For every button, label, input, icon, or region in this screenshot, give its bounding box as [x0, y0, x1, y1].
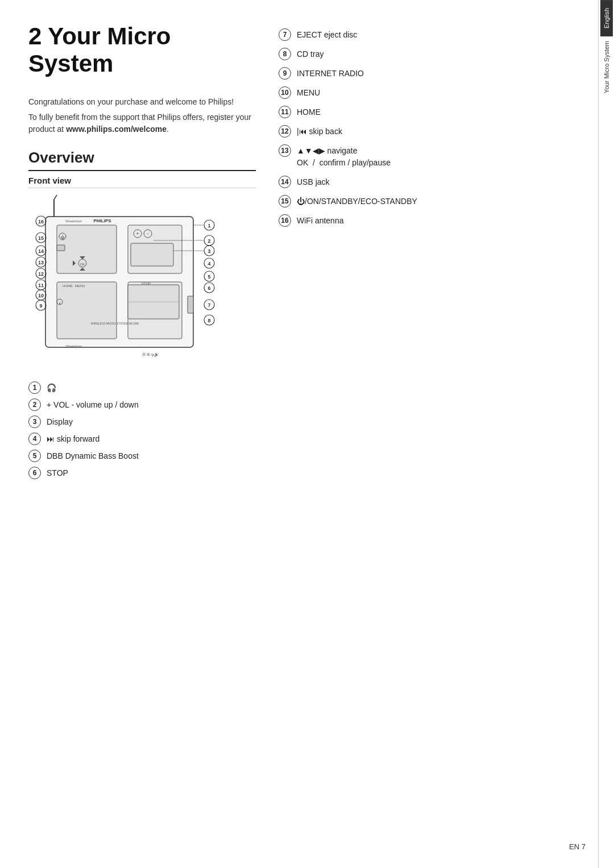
item-number: 10	[279, 86, 291, 99]
item-label: |⏮ skip back	[297, 125, 342, 138]
page-footer: EN 7	[569, 842, 586, 851]
svg-text:PHILIPS: PHILIPS	[93, 218, 111, 223]
chapter-title: 2 Your Micro System	[28, 23, 256, 78]
svg-rect-1	[57, 225, 117, 273]
item-number: 3	[28, 416, 41, 428]
side-tab-area: English Your Micro System	[598, 0, 614, 868]
device-diagram: PHILIPS WIRELESS MICRO SYSTEM MCi300 Str…	[28, 194, 222, 370]
svg-text:7: 7	[208, 302, 210, 308]
svg-text:15: 15	[38, 235, 44, 241]
item-number: 9	[279, 67, 291, 80]
list-item: 15 ⏻/ON/STANDBY/ECO-STANDBY	[279, 195, 574, 207]
item-number: 8	[279, 48, 291, 60]
svg-text:12: 12	[38, 271, 44, 277]
item-label: STOP	[47, 467, 68, 479]
item-label: ⏭ skip forward	[47, 433, 99, 445]
overview-title: Overview	[28, 149, 256, 171]
list-item: 14 USB jack	[279, 176, 574, 188]
svg-rect-3	[57, 282, 117, 339]
svg-text:OK: OK	[80, 263, 85, 266]
item-number: 15	[279, 195, 291, 207]
item-label: WiFi antenna	[297, 214, 343, 227]
language-label: EN	[569, 842, 579, 851]
left-items-list: 1 🎧 2 + VOL - volume up / down 3 Display…	[28, 381, 256, 479]
svg-text:WIRELESS MICRO SYSTEM MCi300: WIRELESS MICRO SYSTEM MCi300	[91, 322, 139, 325]
svg-text:8: 8	[208, 318, 210, 323]
list-item: 3 Display	[28, 416, 256, 428]
svg-rect-17	[57, 245, 65, 251]
side-tab-english: English	[600, 0, 613, 36]
svg-text:Streamium: Streamium	[65, 219, 82, 223]
svg-text:HOME: HOME	[63, 284, 73, 288]
svg-text:☰ ⊞ ψ🔊: ☰ ⊞ ψ🔊	[142, 352, 159, 357]
item-label: DBB Dynamic Bass Boost	[47, 450, 139, 462]
front-view-title: Front view	[28, 176, 256, 188]
item-number: 14	[279, 176, 291, 188]
item-number: 1	[28, 381, 41, 394]
svg-text:6: 6	[208, 285, 210, 291]
item-number: 5	[28, 450, 41, 462]
item-number: 16	[279, 214, 291, 227]
right-items-list: 7 EJECT eject disc 8 CD tray 9 INTERNET …	[279, 28, 574, 227]
item-number: 2	[28, 398, 41, 411]
svg-text:Streamium: Streamium	[65, 344, 82, 348]
item-number: 7	[279, 28, 291, 41]
svg-text:11: 11	[38, 283, 44, 288]
item-label: ⏻/ON/STANDBY/ECO-STANDBY	[297, 195, 417, 207]
svg-text:4: 4	[208, 261, 210, 267]
svg-rect-49	[131, 243, 173, 266]
item-label: HOME	[297, 106, 321, 118]
list-item: 9 INTERNET RADIO	[279, 67, 574, 80]
list-item: 7 EJECT eject disc	[279, 28, 574, 41]
item-label: USB jack	[297, 176, 330, 188]
svg-text:+: +	[136, 231, 139, 236]
item-label: + VOL - volume up / down	[47, 398, 139, 411]
svg-text:MENU: MENU	[75, 284, 85, 288]
list-item: 12 |⏮ skip back	[279, 125, 574, 138]
item-number: 6	[28, 467, 41, 479]
item-label: CD tray	[297, 48, 323, 60]
svg-text:1: 1	[208, 223, 210, 229]
list-item: 5 DBB Dynamic Bass Boost	[28, 450, 256, 462]
list-item: 10 MENU	[279, 86, 574, 99]
item-number: 13	[279, 144, 291, 157]
svg-text:5: 5	[208, 274, 210, 280]
list-item: 13 ▲▼◀▶ navigateOK / confirm / play/paus…	[279, 144, 574, 169]
svg-text:●: ●	[59, 301, 60, 305]
intro-paragraph1: Congratulations on your purchase and wel…	[28, 96, 256, 108]
svg-text:9: 9	[39, 303, 42, 309]
svg-text:13: 13	[38, 260, 44, 265]
svg-text:16: 16	[38, 219, 44, 225]
internet-radio-label: INTERNET RADIO	[297, 67, 364, 80]
svg-line-10	[54, 195, 57, 200]
page-number: 7	[582, 842, 586, 851]
side-tab-chapter: Your Micro System	[601, 36, 612, 98]
item-label: ▲▼◀▶ navigateOK / confirm / play/pause	[297, 144, 391, 169]
list-item: 16 WiFi antenna	[279, 214, 574, 227]
list-item: 8 CD tray	[279, 48, 574, 60]
item-number: 11	[279, 106, 291, 118]
svg-text:-: -	[147, 231, 149, 236]
svg-text:2: 2	[208, 238, 210, 244]
list-item: 1 🎧	[28, 381, 256, 394]
item-label: MENU	[297, 86, 320, 99]
list-item: 6 STOP	[28, 467, 256, 479]
list-item: 11 HOME	[279, 106, 574, 118]
svg-text:10: 10	[38, 293, 44, 298]
svg-rect-62	[188, 296, 193, 313]
item-number: 12	[279, 125, 291, 138]
svg-text:3: 3	[208, 248, 210, 254]
item-label: EJECT eject disc	[297, 28, 357, 41]
list-item: 4 ⏭ skip forward	[28, 433, 256, 445]
intro-paragraph2: To fully benefit from the support that P…	[28, 111, 256, 135]
item-number: 4	[28, 433, 41, 445]
svg-text:14: 14	[38, 248, 44, 254]
list-item: 2 + VOL - volume up / down	[28, 398, 256, 411]
item-label: Display	[47, 416, 73, 428]
svg-text:⏻: ⏻	[61, 235, 65, 239]
item-label: 🎧	[47, 381, 56, 394]
